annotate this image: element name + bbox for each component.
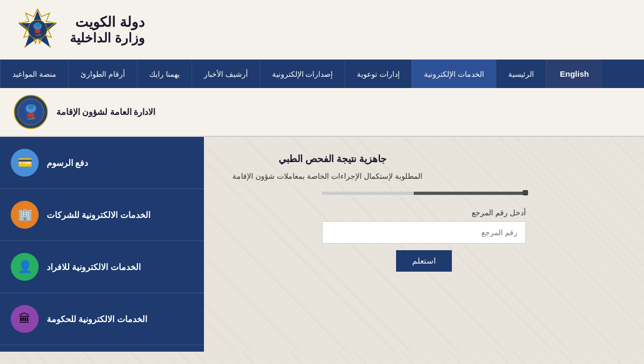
main-content: جاهزية نتيجة الفحص الطبي المطلوبة لإستكم… xyxy=(0,137,644,352)
svg-point-11 xyxy=(19,22,20,24)
sidebar-item-company-services[interactable]: الخدمات الالكترونية للشركات🏢 xyxy=(0,189,204,241)
input-label: أدخل رقم المرجع xyxy=(322,208,526,217)
form-description: المطلوبة لإستكمال الإجراءات الخاصة بمعام… xyxy=(225,170,429,182)
dept-logo: الكويت xyxy=(13,94,48,129)
police-badge-logo: الكويت xyxy=(16,8,59,51)
header-title-line1: دولة الكويت xyxy=(70,14,145,31)
header: دولة الكويت وزارة الداخلية الكويت xyxy=(0,0,644,60)
nav-item-home[interactable]: الرئيسية xyxy=(496,60,546,88)
sidebar-item-govt-services[interactable]: الخدمات الالكترونية للحكومة🏛 xyxy=(0,293,204,345)
nav-item-feedback[interactable]: يهمنا رايك xyxy=(137,60,192,88)
form-title: جاهزية نتيجة الفحص الطبي xyxy=(225,153,440,165)
progress-bar-container xyxy=(322,192,526,195)
svg-point-4 xyxy=(35,22,40,26)
sidebar: دفع الرسوم💳الخدمات الالكترونية للشركات🏢ا… xyxy=(0,137,204,352)
svg-text:الكويت: الكويت xyxy=(35,33,41,36)
svg-point-9 xyxy=(49,46,51,47)
nav-item-electronic-services[interactable]: الخدمات الإلكترونية xyxy=(412,60,496,88)
sidebar-icon-pay-fees: 💳 xyxy=(11,149,39,177)
language-switch-english[interactable]: English xyxy=(546,60,602,88)
sidebar-item-label-company-services: الخدمات الالكترونية للشركات xyxy=(47,210,150,220)
nav-item-awareness[interactable]: إدارات توعوية xyxy=(345,60,412,88)
dept-banner: الادارة العامة لشؤون الإقامة الكويت xyxy=(0,88,644,137)
svg-point-10 xyxy=(24,46,26,47)
header-title: دولة الكويت وزارة الداخلية xyxy=(70,14,145,46)
svg-point-8 xyxy=(55,22,56,24)
sidebar-item-individual-services[interactable]: الخدمات الالكترونية للافراد👤 xyxy=(0,241,204,293)
nav-item-appointments[interactable]: منصة المواعيد xyxy=(0,60,68,88)
sidebar-item-label-individual-services: الخدمات الالكترونية للافراد xyxy=(47,262,141,272)
sidebar-item-label-govt-services: الخدمات الالكترونية للحكومة xyxy=(47,314,147,324)
sidebar-icon-company-services: 🏢 xyxy=(11,201,39,229)
sidebar-icon-individual-services: 👤 xyxy=(11,253,39,281)
header-title-line2: وزارة الداخلية xyxy=(70,31,145,46)
svg-rect-5 xyxy=(35,30,40,33)
nav-item-publications[interactable]: إصدارات الإلكترونية xyxy=(260,60,345,88)
main-navbar: English الرئيسيةالخدمات الإلكترونيةإدارا… xyxy=(0,60,644,88)
sidebar-item-label-pay-fees: دفع الرسوم xyxy=(47,158,88,168)
sidebar-icon-govt-services: 🏛 xyxy=(11,305,39,333)
svg-point-7 xyxy=(36,11,38,12)
form-area: جاهزية نتيجة الفحص الطبي المطلوبة لإستكم… xyxy=(204,137,644,352)
progress-bar-fill xyxy=(414,192,526,195)
reference-number-input[interactable] xyxy=(322,221,526,244)
svg-point-15 xyxy=(28,104,34,110)
sidebar-item-pay-fees[interactable]: دفع الرسوم💳 xyxy=(0,137,204,189)
nav-item-emergency[interactable]: أرقام الطوارئ xyxy=(68,60,137,88)
dept-title: الادارة العامة لشؤون الإقامة xyxy=(56,107,155,117)
nav-item-archive[interactable]: أرشيف الأخبار xyxy=(192,60,260,88)
inquire-button[interactable]: استعلم xyxy=(396,250,452,272)
